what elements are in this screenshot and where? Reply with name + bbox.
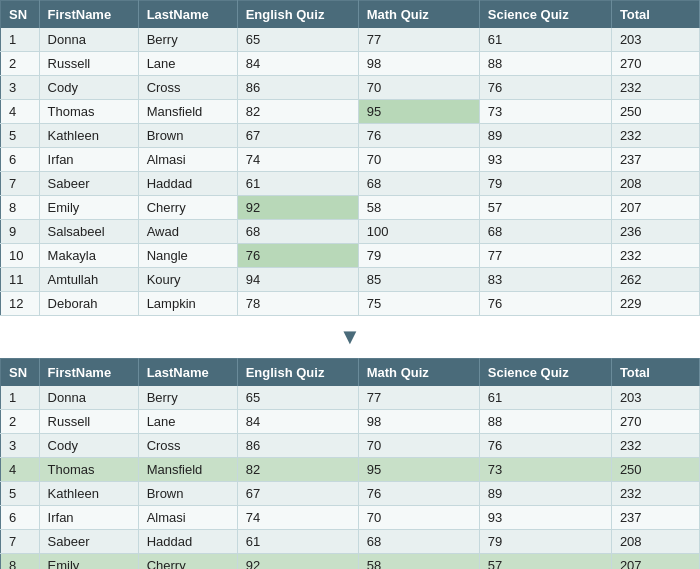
table-row: 2RussellLane849888270 [1,410,700,434]
cell-english: 67 [237,124,358,148]
cell-total: 270 [611,410,699,434]
table1-container: SN FirstName LastName English Quiz Math … [0,0,700,316]
cell-total: 236 [611,220,699,244]
cell-english: 82 [237,458,358,482]
cell-first: Kathleen [39,482,138,506]
col-header-lastname: LastName [138,1,237,29]
cell-total: 203 [611,28,699,52]
cell-last: Awad [138,220,237,244]
cell-last: Cross [138,434,237,458]
table1: SN FirstName LastName English Quiz Math … [0,0,700,316]
table-row: 6IrfanAlmasi747093237 [1,148,700,172]
cell-math: 58 [358,554,479,570]
cell-last: Berry [138,386,237,410]
cell-math: 76 [358,124,479,148]
cell-sn: 9 [1,220,40,244]
cell-science: 76 [479,76,611,100]
table-row: 7SabeerHaddad616879208 [1,172,700,196]
cell-total: 232 [611,434,699,458]
cell-english: 86 [237,76,358,100]
cell-english: 92 [237,554,358,570]
cell-last: Cherry [138,196,237,220]
cell-math: 70 [358,434,479,458]
cell-first: Donna [39,28,138,52]
cell-last: Cherry [138,554,237,570]
cell-science: 93 [479,148,611,172]
cell-math: 70 [358,506,479,530]
cell-science: 77 [479,244,611,268]
cell-total: 262 [611,268,699,292]
table-row: 6IrfanAlmasi747093237 [1,506,700,530]
cell-math: 68 [358,530,479,554]
cell-sn: 8 [1,554,40,570]
cell-first: Makayla [39,244,138,268]
cell-first: Thomas [39,458,138,482]
col2-header-sn: SN [1,359,40,387]
cell-sn: 2 [1,52,40,76]
cell-first: Cody [39,434,138,458]
col-header-firstname: FirstName [39,1,138,29]
down-arrow: ▼ [0,316,700,358]
cell-math: 70 [358,148,479,172]
cell-first: Thomas [39,100,138,124]
cell-last: Mansfield [138,100,237,124]
cell-total: 229 [611,292,699,316]
cell-math: 70 [358,76,479,100]
col-header-english: English Quiz [237,1,358,29]
col2-header-science: Science Quiz [479,359,611,387]
cell-science: 76 [479,292,611,316]
cell-sn: 6 [1,148,40,172]
cell-math: 100 [358,220,479,244]
cell-first: Russell [39,52,138,76]
cell-last: Haddad [138,530,237,554]
cell-english: 65 [237,386,358,410]
table-row: 12DeborahLampkin787576229 [1,292,700,316]
cell-math: 77 [358,28,479,52]
cell-english: 76 [237,244,358,268]
cell-english: 61 [237,172,358,196]
cell-math: 75 [358,292,479,316]
cell-math: 95 [358,100,479,124]
table1-header-row: SN FirstName LastName English Quiz Math … [1,1,700,29]
cell-first: Irfan [39,148,138,172]
cell-last: Lane [138,52,237,76]
cell-sn: 7 [1,172,40,196]
cell-last: Nangle [138,244,237,268]
cell-last: Haddad [138,172,237,196]
cell-first: Donna [39,386,138,410]
cell-english: 84 [237,52,358,76]
cell-english: 67 [237,482,358,506]
cell-sn: 5 [1,124,40,148]
cell-total: 250 [611,458,699,482]
cell-sn: 11 [1,268,40,292]
cell-first: Cody [39,76,138,100]
table2-container: SN FirstName LastName English Quiz Math … [0,358,700,569]
cell-last: Mansfield [138,458,237,482]
cell-science: 57 [479,554,611,570]
cell-math: 58 [358,196,479,220]
cell-sn: 2 [1,410,40,434]
cell-sn: 3 [1,434,40,458]
cell-last: Brown [138,124,237,148]
cell-science: 88 [479,52,611,76]
table2-header-row: SN FirstName LastName English Quiz Math … [1,359,700,387]
table-row: 10MakaylaNangle767977232 [1,244,700,268]
table-row: 11AmtullahKoury948583262 [1,268,700,292]
cell-sn: 4 [1,100,40,124]
cell-science: 93 [479,506,611,530]
cell-sn: 4 [1,458,40,482]
table-row: 8EmilyCherry925857207 [1,554,700,570]
cell-science: 61 [479,28,611,52]
cell-total: 237 [611,148,699,172]
cell-sn: 8 [1,196,40,220]
cell-science: 73 [479,458,611,482]
cell-first: Deborah [39,292,138,316]
cell-total: 232 [611,76,699,100]
cell-english: 78 [237,292,358,316]
cell-total: 232 [611,124,699,148]
cell-math: 68 [358,172,479,196]
table-row: 8EmilyCherry925857207 [1,196,700,220]
cell-last: Koury [138,268,237,292]
cell-total: 203 [611,386,699,410]
col-header-math: Math Quiz [358,1,479,29]
